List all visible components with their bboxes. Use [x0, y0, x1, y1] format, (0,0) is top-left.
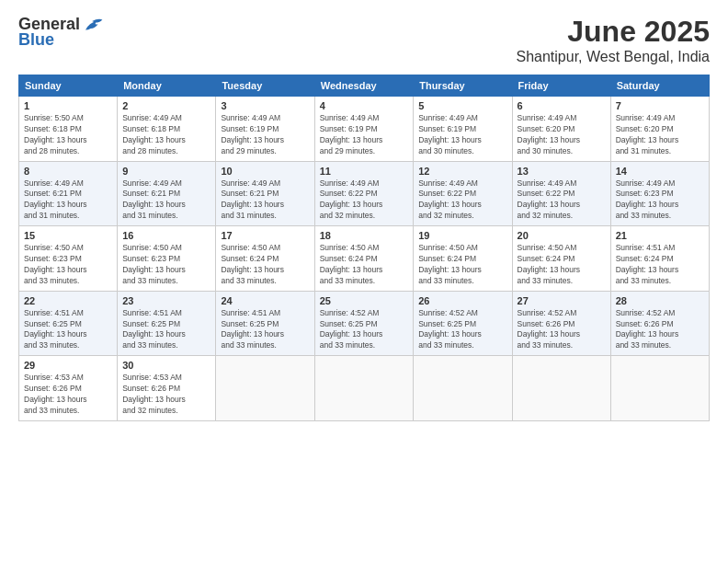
day-number: 1 [24, 100, 112, 111]
day-number: 15 [24, 230, 112, 241]
day-number: 24 [221, 295, 309, 306]
day-number: 7 [616, 100, 704, 111]
day-number: 10 [221, 166, 309, 177]
day-info: Sunrise: 4:52 AM Sunset: 6:26 PM Dayligh… [518, 308, 606, 352]
day-number: 12 [418, 166, 506, 177]
day-info: Sunrise: 4:50 AM Sunset: 6:24 PM Dayligh… [418, 243, 506, 287]
header: General Blue June 2025 Shantipur, West B… [18, 15, 710, 65]
day-cell: 23 Sunrise: 4:51 AM Sunset: 6:25 PM Dayl… [118, 291, 216, 356]
day-cell: 1 Sunrise: 5:50 AM Sunset: 6:18 PM Dayli… [19, 97, 118, 162]
day-info: Sunrise: 4:53 AM Sunset: 6:26 PM Dayligh… [24, 373, 112, 417]
day-number: 26 [418, 295, 506, 306]
subtitle: Shantipur, West Bengal, India [516, 49, 710, 65]
logo-bird-icon [82, 17, 104, 33]
day-cell [314, 356, 414, 421]
header-cell-friday: Friday [512, 75, 610, 97]
day-number: 6 [518, 100, 606, 111]
day-info: Sunrise: 4:51 AM Sunset: 6:25 PM Dayligh… [221, 308, 309, 352]
day-number: 8 [24, 166, 112, 177]
day-cell: 14 Sunrise: 4:49 AM Sunset: 6:23 PM Dayl… [610, 161, 709, 226]
day-cell: 13 Sunrise: 4:49 AM Sunset: 6:22 PM Dayl… [512, 161, 610, 226]
day-info: Sunrise: 4:49 AM Sunset: 6:22 PM Dayligh… [320, 178, 409, 223]
day-info: Sunrise: 4:52 AM Sunset: 6:25 PM Dayligh… [320, 308, 409, 352]
day-info: Sunrise: 4:50 AM Sunset: 6:24 PM Dayligh… [320, 243, 409, 287]
day-number: 20 [518, 230, 606, 241]
day-cell: 25 Sunrise: 4:52 AM Sunset: 6:25 PM Dayl… [314, 291, 414, 356]
day-info: Sunrise: 4:49 AM Sunset: 6:19 PM Dayligh… [320, 113, 409, 157]
title-section: June 2025 Shantipur, West Bengal, India [516, 15, 710, 65]
day-info: Sunrise: 4:50 AM Sunset: 6:23 PM Dayligh… [24, 243, 112, 287]
day-number: 21 [616, 230, 704, 241]
day-info: Sunrise: 4:49 AM Sunset: 6:21 PM Dayligh… [221, 178, 309, 223]
day-cell: 17 Sunrise: 4:50 AM Sunset: 6:24 PM Dayl… [216, 226, 314, 292]
day-number: 16 [122, 230, 210, 241]
day-cell: 4 Sunrise: 4:49 AM Sunset: 6:19 PM Dayli… [314, 97, 414, 162]
day-number: 18 [320, 230, 409, 241]
day-info: Sunrise: 4:49 AM Sunset: 6:22 PM Dayligh… [518, 178, 606, 223]
day-number: 3 [221, 100, 309, 111]
day-info: Sunrise: 4:52 AM Sunset: 6:25 PM Dayligh… [418, 308, 506, 352]
day-info: Sunrise: 4:51 AM Sunset: 6:24 PM Dayligh… [616, 243, 704, 287]
header-cell-wednesday: Wednesday [314, 75, 414, 97]
day-number: 22 [24, 295, 112, 306]
day-number: 27 [518, 295, 606, 306]
day-number: 14 [616, 166, 704, 177]
day-info: Sunrise: 4:49 AM Sunset: 6:20 PM Dayligh… [518, 113, 606, 157]
day-info: Sunrise: 4:49 AM Sunset: 6:23 PM Dayligh… [616, 178, 704, 223]
day-cell: 6 Sunrise: 4:49 AM Sunset: 6:20 PM Dayli… [512, 97, 610, 162]
day-cell: 19 Sunrise: 4:50 AM Sunset: 6:24 PM Dayl… [414, 226, 512, 292]
day-cell: 27 Sunrise: 4:52 AM Sunset: 6:26 PM Dayl… [512, 291, 610, 356]
day-number: 9 [122, 166, 210, 177]
header-cell-sunday: Sunday [19, 75, 118, 97]
day-info: Sunrise: 4:49 AM Sunset: 6:19 PM Dayligh… [418, 113, 506, 157]
day-cell: 22 Sunrise: 4:51 AM Sunset: 6:25 PM Dayl… [19, 291, 118, 356]
header-cell-tuesday: Tuesday [216, 75, 314, 97]
week-row-1: 1 Sunrise: 5:50 AM Sunset: 6:18 PM Dayli… [19, 97, 710, 162]
day-cell: 5 Sunrise: 4:49 AM Sunset: 6:19 PM Dayli… [414, 97, 512, 162]
day-number: 13 [518, 166, 606, 177]
header-cell-thursday: Thursday [414, 75, 512, 97]
day-number: 17 [221, 230, 309, 241]
day-info: Sunrise: 4:50 AM Sunset: 6:23 PM Dayligh… [122, 243, 210, 287]
header-row: SundayMondayTuesdayWednesdayThursdayFrid… [19, 75, 710, 97]
day-number: 23 [122, 295, 210, 306]
day-info: Sunrise: 4:50 AM Sunset: 6:24 PM Dayligh… [221, 243, 309, 287]
day-cell: 20 Sunrise: 4:50 AM Sunset: 6:24 PM Dayl… [512, 226, 610, 292]
day-cell: 26 Sunrise: 4:52 AM Sunset: 6:25 PM Dayl… [414, 291, 512, 356]
calendar-body: 1 Sunrise: 5:50 AM Sunset: 6:18 PM Dayli… [19, 97, 710, 421]
day-cell: 16 Sunrise: 4:50 AM Sunset: 6:23 PM Dayl… [118, 226, 216, 292]
day-cell: 12 Sunrise: 4:49 AM Sunset: 6:22 PM Dayl… [414, 161, 512, 226]
day-number: 30 [122, 360, 210, 371]
page: General Blue June 2025 Shantipur, West B… [0, 0, 728, 563]
day-cell: 7 Sunrise: 4:49 AM Sunset: 6:20 PM Dayli… [610, 97, 709, 162]
day-cell: 28 Sunrise: 4:52 AM Sunset: 6:26 PM Dayl… [610, 291, 709, 356]
day-number: 4 [320, 100, 409, 111]
day-info: Sunrise: 4:49 AM Sunset: 6:19 PM Dayligh… [221, 113, 309, 157]
day-info: Sunrise: 4:49 AM Sunset: 6:21 PM Dayligh… [24, 178, 112, 223]
header-cell-saturday: Saturday [610, 75, 709, 97]
day-cell [610, 356, 709, 421]
week-row-2: 8 Sunrise: 4:49 AM Sunset: 6:21 PM Dayli… [19, 161, 710, 226]
day-info: Sunrise: 5:50 AM Sunset: 6:18 PM Dayligh… [24, 113, 112, 157]
day-info: Sunrise: 4:49 AM Sunset: 6:18 PM Dayligh… [122, 113, 210, 157]
calendar-table: SundayMondayTuesdayWednesdayThursdayFrid… [18, 75, 710, 421]
day-cell: 9 Sunrise: 4:49 AM Sunset: 6:21 PM Dayli… [118, 161, 216, 226]
day-info: Sunrise: 4:49 AM Sunset: 6:22 PM Dayligh… [418, 178, 506, 223]
day-number: 2 [122, 100, 210, 111]
day-cell: 10 Sunrise: 4:49 AM Sunset: 6:21 PM Dayl… [216, 161, 314, 226]
day-cell: 29 Sunrise: 4:53 AM Sunset: 6:26 PM Dayl… [19, 356, 118, 421]
day-info: Sunrise: 4:50 AM Sunset: 6:24 PM Dayligh… [518, 243, 606, 287]
week-row-5: 29 Sunrise: 4:53 AM Sunset: 6:26 PM Dayl… [19, 356, 710, 421]
day-cell: 2 Sunrise: 4:49 AM Sunset: 6:18 PM Dayli… [118, 97, 216, 162]
day-cell: 24 Sunrise: 4:51 AM Sunset: 6:25 PM Dayl… [216, 291, 314, 356]
day-cell [512, 356, 610, 421]
day-cell: 3 Sunrise: 4:49 AM Sunset: 6:19 PM Dayli… [216, 97, 314, 162]
day-info: Sunrise: 4:53 AM Sunset: 6:26 PM Dayligh… [122, 373, 210, 417]
day-info: Sunrise: 4:51 AM Sunset: 6:25 PM Dayligh… [122, 308, 210, 352]
day-number: 29 [24, 360, 112, 371]
day-cell: 18 Sunrise: 4:50 AM Sunset: 6:24 PM Dayl… [314, 226, 414, 292]
day-info: Sunrise: 4:51 AM Sunset: 6:25 PM Dayligh… [24, 308, 112, 352]
calendar-header: SundayMondayTuesdayWednesdayThursdayFrid… [19, 75, 710, 97]
day-number: 28 [616, 295, 704, 306]
logo: General Blue [18, 15, 104, 50]
